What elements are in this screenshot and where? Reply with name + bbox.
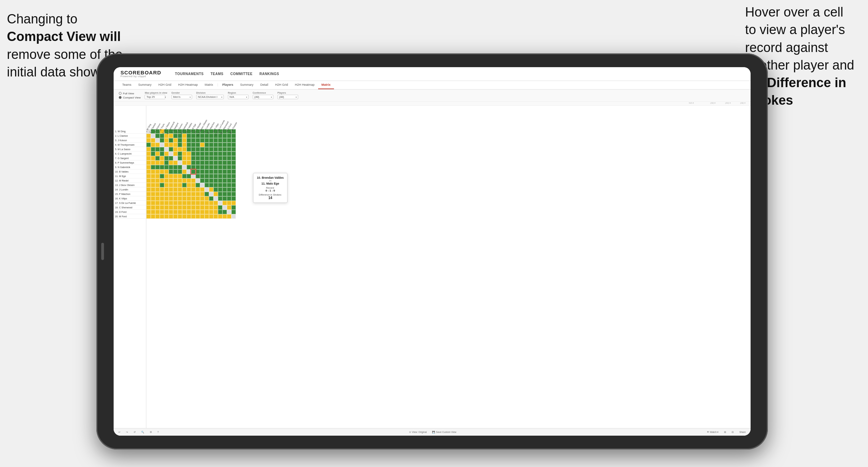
grid-cell[interactable] [196,205,200,210]
grid-cell[interactable] [160,187,164,192]
grid-cell[interactable] [151,174,155,178]
grid-cell[interactable] [227,183,231,187]
grid-cell[interactable] [231,187,236,192]
grid-cell[interactable] [187,152,191,156]
grid-cell[interactable] [231,143,236,147]
grid-cell[interactable] [151,214,155,219]
grid-cell[interactable] [222,214,227,219]
grid-cell[interactable] [169,196,173,201]
tab-matrix-1[interactable]: Matrix [201,81,217,89]
grid-cell[interactable] [146,214,151,219]
grid-cell[interactable] [164,156,169,160]
grid-cell[interactable] [173,169,178,174]
grid-cell[interactable] [196,156,200,160]
nav-rankings[interactable]: RANKINGS [259,71,279,77]
grid-cell[interactable] [205,160,209,165]
grid-cell[interactable] [173,160,178,165]
grid-cell[interactable] [151,183,155,187]
grid-cell[interactable] [222,138,227,143]
grid-cell[interactable] [160,138,164,143]
grid-cell[interactable] [160,201,164,205]
grid-cell[interactable] [187,160,191,165]
grid-cell[interactable] [178,210,182,214]
grid-cell[interactable] [200,183,205,187]
grid-cell[interactable] [146,138,151,143]
grid-cell[interactable] [191,152,196,156]
grid-cell[interactable] [209,201,213,205]
grid-cell[interactable] [146,165,151,169]
grid-cell[interactable] [231,152,236,156]
grid-cell[interactable] [196,214,200,219]
grid-cell[interactable] [200,210,205,214]
grid-button[interactable]: ⊟ [730,430,735,434]
grid-cell[interactable] [222,165,227,169]
grid-cell[interactable] [231,165,236,169]
grid-cell[interactable] [191,205,196,210]
grid-cell[interactable] [213,160,218,165]
grid-cell[interactable] [222,143,227,147]
grid-cell[interactable] [187,210,191,214]
grid-cell[interactable] [200,152,205,156]
grid-cell[interactable] [187,169,191,174]
grid-cell[interactable] [213,138,218,143]
grid-cell[interactable] [173,183,178,187]
grid-cell[interactable] [227,134,231,138]
nav-committee[interactable]: COMMITTEE [230,71,253,77]
grid-cell[interactable] [173,174,178,178]
grid-cell[interactable] [151,192,155,196]
grid-cell[interactable] [173,138,178,143]
tab-h2h-grid-1[interactable]: H2H Grid [155,81,175,89]
grid-cell[interactable] [182,147,187,152]
grid-cell[interactable] [227,187,231,192]
grid-cell[interactable] [191,196,196,201]
grid-cell[interactable] [196,196,200,201]
grid-cell[interactable] [200,169,205,174]
grid-cell[interactable] [169,134,173,138]
grid-cell[interactable] [146,201,151,205]
grid-cell[interactable] [178,160,182,165]
grid-cell[interactable] [231,205,236,210]
grid-cell[interactable] [178,192,182,196]
grid-cell[interactable] [187,205,191,210]
grid-cell[interactable] [151,205,155,210]
grid-cell[interactable] [227,147,231,152]
grid-cell[interactable] [173,201,178,205]
grid-cell[interactable] [164,183,169,187]
grid-cell[interactable] [218,178,222,183]
grid-cell[interactable] [213,183,218,187]
grid-cell[interactable] [173,156,178,160]
grid-cell[interactable] [213,169,218,174]
grid-cell[interactable] [222,174,227,178]
grid-cell[interactable] [209,143,213,147]
grid-cell[interactable] [187,143,191,147]
grid-cell[interactable] [182,134,187,138]
grid-cell[interactable] [146,178,151,183]
grid-cell[interactable] [196,169,200,174]
grid-cell[interactable] [155,143,160,147]
grid-cell[interactable] [178,134,182,138]
grid-cell[interactable] [213,210,218,214]
grid-cell[interactable] [196,187,200,192]
grid-cell[interactable] [191,174,196,178]
grid-cell[interactable] [151,210,155,214]
grid-cell[interactable] [146,192,151,196]
grid-cell[interactable] [155,160,160,165]
grid-cell[interactable] [182,160,187,165]
grid-cell[interactable] [169,156,173,160]
grid-cell[interactable] [182,183,187,187]
grid-cell[interactable] [182,165,187,169]
grid-cell[interactable] [218,143,222,147]
grid-cell[interactable] [218,169,222,174]
grid-cell[interactable] [200,196,205,201]
tab-summary-2[interactable]: Summary [237,81,257,89]
grid-cell[interactable] [169,178,173,183]
grid-cell[interactable] [178,205,182,210]
grid-cell[interactable] [227,156,231,160]
grid-cell[interactable] [213,152,218,156]
grid-cell[interactable] [173,143,178,147]
grid-cell[interactable] [222,196,227,201]
tab-players[interactable]: Players [219,81,237,89]
grid-cell[interactable] [155,152,160,156]
grid-cell[interactable] [209,174,213,178]
grid-cell[interactable] [200,174,205,178]
